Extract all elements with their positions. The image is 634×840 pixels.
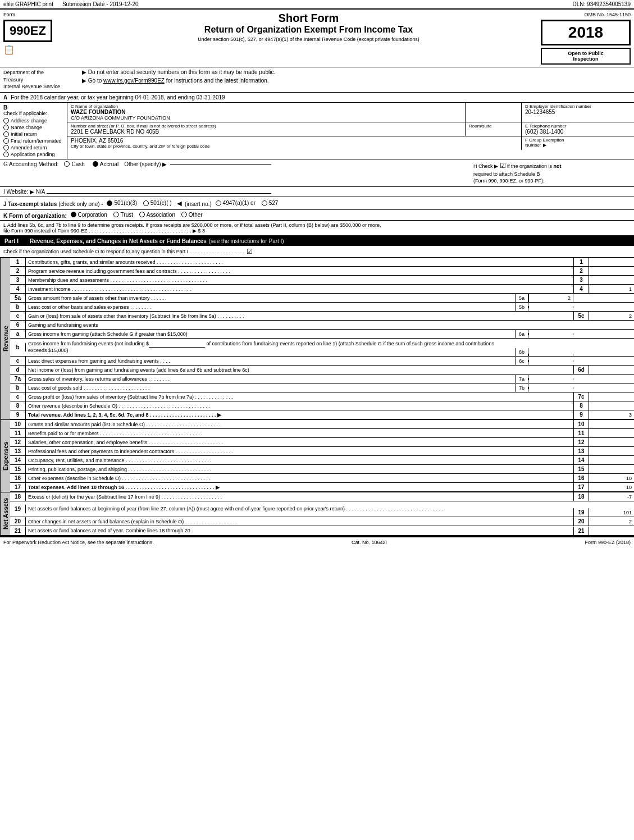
row-num-1: 1 xyxy=(10,258,26,266)
501c3-label: 501(c)(3) xyxy=(114,200,137,206)
sub-label-7a: 7a xyxy=(515,375,528,383)
sub-label-7b: 7b xyxy=(515,384,528,392)
input-6c xyxy=(528,360,573,362)
row-num-6d: d xyxy=(10,366,26,374)
row-num-18: 18 xyxy=(10,492,26,501)
row-desc-11: Benefits paid to or for members . . . . … xyxy=(26,430,573,437)
paperwork-text: For Paperwork Reduction Act Notice, see … xyxy=(3,540,154,545)
final-radio[interactable] xyxy=(3,138,9,144)
part-i-label: Part I xyxy=(4,238,19,244)
row-num-8: 8 xyxy=(10,401,26,410)
row-value-6d xyxy=(589,369,634,371)
row-num-21: 21 xyxy=(10,527,26,535)
table-row: 20 Other changes in net assets or fund b… xyxy=(10,517,634,526)
name-radio[interactable] xyxy=(3,125,9,130)
city-label: City or town, state or province, country… xyxy=(71,144,518,149)
assoc-radio[interactable] xyxy=(139,212,145,217)
table-row: 16 Other expenses (describe in Schedule … xyxy=(10,474,634,483)
table-row: 15 Printing, publications, postage, and … xyxy=(10,465,634,474)
527-radio[interactable] xyxy=(262,200,267,206)
row-num-19: 19 xyxy=(10,505,26,513)
table-row: 13 Professional fees and other payments … xyxy=(10,447,634,456)
row-line-4: 4 xyxy=(573,285,589,293)
spacer-6b xyxy=(573,346,589,349)
row-value-5b xyxy=(589,306,634,308)
table-row: 17 Total expenses. Add lines 10 through … xyxy=(10,483,634,492)
row-line-21: 21 xyxy=(573,527,589,535)
row-value-13 xyxy=(589,450,634,453)
part-i-header: Part I Revenue, Expenses, and Changes in… xyxy=(0,236,634,246)
501c3-radio[interactable] xyxy=(107,200,112,206)
sub-label-5b: 5b xyxy=(515,303,528,311)
f-sub-label: Number xyxy=(525,143,541,148)
check-schedule-o-row: Check if the organization used Schedule … xyxy=(0,246,634,258)
corp-radio[interactable] xyxy=(71,212,76,217)
table-row: 11 Benefits paid to or for members . . .… xyxy=(10,429,634,438)
row-value-15 xyxy=(589,468,634,471)
row-num-3: 3 xyxy=(10,276,26,284)
row-value-7c xyxy=(589,396,634,398)
row-value-5a xyxy=(589,297,634,299)
row-value-20: 2 xyxy=(589,518,634,526)
other-org-radio[interactable] xyxy=(181,212,187,217)
go-to-line: ▶ Go to www.irs.gov/Form990EZ for instru… xyxy=(82,77,625,84)
header-right: OMB No. 1545-1150 2018 Open to PublicIns… xyxy=(541,12,631,65)
section-b-label: B xyxy=(3,104,63,111)
4947-radio[interactable] xyxy=(216,200,221,206)
header-left: Form 990EZ 📋 xyxy=(3,12,76,65)
check-name: Name change xyxy=(3,125,63,130)
check-schedule-value: ☑ xyxy=(247,248,253,255)
row-value-17: 10 xyxy=(589,483,634,491)
do-not-enter: ▶ Do not enter social security numbers o… xyxy=(82,69,275,75)
spacer-6 xyxy=(573,324,589,326)
section-b-org: B Check if applicable: Address change Na… xyxy=(0,103,634,159)
pending-radio[interactable] xyxy=(3,152,9,157)
care-of-name: C/O ARIZONA COMMUNITY FOUNDATION xyxy=(71,115,462,121)
sub-label-6a: 6a xyxy=(515,330,528,338)
row-desc-19: Net assets or fund balances at beginning… xyxy=(26,505,573,514)
initial-radio[interactable] xyxy=(3,131,9,137)
address-radio[interactable] xyxy=(3,118,9,124)
room-cell xyxy=(466,103,522,122)
row-num-5a: 5a xyxy=(10,294,26,302)
row-line-8: 8 xyxy=(573,401,589,410)
accrual-radio[interactable] xyxy=(93,161,98,167)
trust-radio[interactable] xyxy=(113,212,119,217)
row-num-2: 2 xyxy=(10,267,26,275)
row-value-2 xyxy=(589,270,634,272)
footer: For Paperwork Reduction Act Notice, see … xyxy=(0,536,634,547)
row-value-18: -7 xyxy=(589,493,634,501)
name-label: Name change xyxy=(11,125,42,130)
row-desc-6a: Gross income from gaming (attach Schedul… xyxy=(26,330,515,338)
cash-radio[interactable] xyxy=(64,161,70,167)
check-address: Address change xyxy=(3,118,63,124)
row-value-16: 10 xyxy=(589,474,634,482)
d-label: D Employer identification number xyxy=(525,104,631,109)
row-value-5c: 2 xyxy=(589,312,634,320)
i-label: I Website: ▶ xyxy=(3,189,34,195)
amended-radio[interactable] xyxy=(3,145,9,150)
street-cell: Number and street (or P. O. box, if mail… xyxy=(67,122,466,136)
other-org-option: Other xyxy=(181,212,203,218)
input-7a xyxy=(528,378,573,380)
under-section: Under section 501(c), 527, or 4947(a)(1)… xyxy=(82,36,535,42)
501c-radio[interactable] xyxy=(143,200,149,206)
expenses-rows: 10 Grants and similar amounts paid (list… xyxy=(10,420,634,492)
other-org-label: Other xyxy=(189,212,203,218)
row-value-6a xyxy=(589,333,634,335)
row-desc-3: Membership dues and assessments . . . . … xyxy=(26,276,573,284)
row-desc-13: Professional fees and other payments to … xyxy=(26,448,573,455)
section-a: A For the 2018 calendar year, or tax yea… xyxy=(0,93,634,103)
corp-label: Corporation xyxy=(78,212,107,218)
row-line-7c: 7c xyxy=(573,392,589,401)
form-icon: 📋 xyxy=(3,44,76,55)
irs-link[interactable]: www.irs.gov/Form990EZ xyxy=(103,77,165,84)
table-row: 9 Total revenue. Add lines 1, 2, 3, 4, 5… xyxy=(10,410,634,419)
l-text1: L Add lines 5b, 6c, and 7b to line 9 to … xyxy=(3,222,631,228)
table-row: 14 Occupancy, rent, utilities, and maint… xyxy=(10,456,634,465)
row-desc-7c: Gross profit or (loss) from sales of inv… xyxy=(26,393,573,401)
h-checkbox[interactable]: ☑ xyxy=(500,162,506,170)
row-num-6a: a xyxy=(10,330,26,338)
row-value-11 xyxy=(589,432,634,435)
social-security-notice: ▶ Do not enter social security numbers o… xyxy=(82,69,625,75)
